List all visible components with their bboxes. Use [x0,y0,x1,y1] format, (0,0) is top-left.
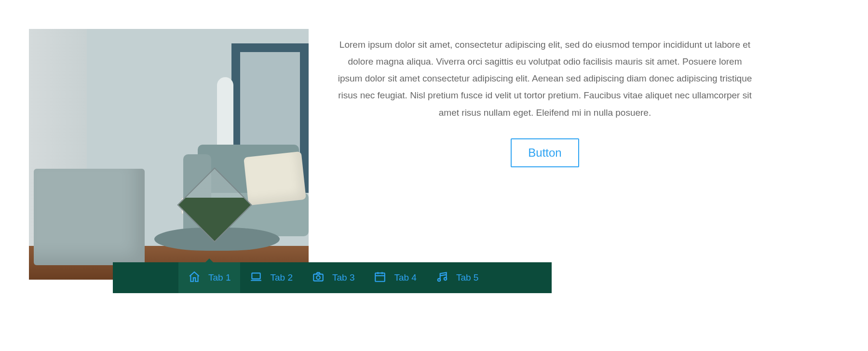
laptop-icon [250,270,262,285]
tab-label: Tab 1 [208,272,231,283]
svg-point-5 [444,277,447,280]
tab-label: Tab 5 [456,272,478,283]
svg-rect-1 [313,274,323,281]
svg-point-2 [316,275,320,279]
tab-label: Tab 3 [332,272,354,283]
tab-3[interactable]: Tab 3 [302,262,364,293]
tab-label: Tab 4 [394,272,416,283]
camera-icon [312,270,325,285]
tab-2[interactable]: Tab 2 [240,262,302,293]
tab-4[interactable]: Tab 4 [364,262,426,293]
svg-rect-3 [376,273,385,281]
music-icon [436,270,448,285]
tabs-bar: Tab 1 Tab 2 Tab 3 Tab 4 Tab 5 [113,262,552,293]
svg-point-4 [438,278,440,281]
svg-rect-0 [252,273,260,279]
home-icon [188,270,201,285]
tab-5[interactable]: Tab 5 [426,262,488,293]
calendar-icon [374,270,386,285]
cta-button[interactable]: Button [511,138,579,167]
hero-image [29,29,309,280]
tab-label: Tab 2 [270,272,292,283]
tab-1[interactable]: Tab 1 [178,262,240,293]
body-paragraph: Lorem ipsum dolor sit amet, consectetur … [338,36,752,121]
